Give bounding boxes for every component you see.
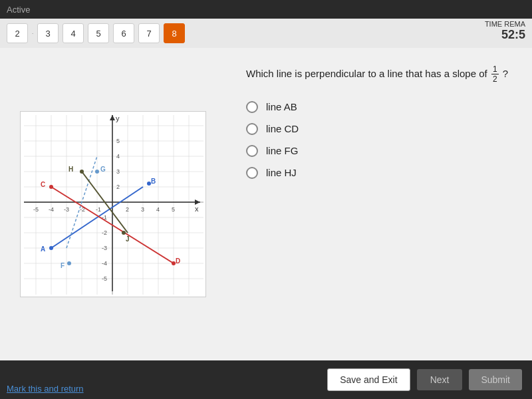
svg-point-62 [80, 170, 84, 174]
option-label-AB: line AB [266, 101, 297, 112]
svg-marker-25 [110, 115, 115, 120]
svg-point-57 [67, 261, 71, 265]
option-HJ[interactable]: line HJ [246, 167, 512, 179]
answer-options: line AB line CD line FG line HJ [246, 101, 512, 179]
svg-text:-5: -5 [102, 275, 107, 282]
option-label-FG: line FG [266, 145, 298, 156]
question-nav-bar: 2 · 3 4 5 6 7 8 TIME REMA 52:5 [0, 19, 532, 48]
submit-button[interactable]: Submit [469, 369, 522, 390]
time-remaining: TIME REMA 52:5 [485, 20, 525, 42]
svg-marker-24 [195, 200, 200, 205]
svg-text:-3: -3 [64, 206, 69, 213]
svg-text:2: 2 [126, 206, 129, 213]
nav-question-3[interactable]: 3 [37, 23, 59, 43]
time-value: 52:5 [485, 28, 525, 42]
question-text: Which line is perpendicular to a line th… [246, 65, 512, 84]
svg-text:F: F [61, 262, 65, 269]
svg-point-47 [49, 246, 53, 250]
main-content: x y -5 -4 -3 -2 -1 2 3 4 5 2 3 4 5 -1 -2 [0, 48, 532, 360]
svg-text:5: 5 [116, 138, 120, 144]
option-label-HJ: line HJ [266, 167, 297, 178]
svg-text:4: 4 [156, 206, 160, 213]
svg-text:C: C [41, 181, 45, 188]
nav-question-7[interactable]: 7 [138, 23, 160, 43]
fraction: 1 2 [491, 65, 499, 84]
svg-point-59 [95, 170, 99, 174]
nav-question-8[interactable]: 8 [164, 23, 185, 43]
save-exit-button[interactable]: Save and Exit [327, 368, 410, 391]
right-panel: Which line is perpendicular to a line th… [226, 48, 532, 360]
svg-point-52 [49, 185, 53, 189]
svg-text:3: 3 [116, 168, 120, 175]
option-FG[interactable]: line FG [246, 145, 512, 157]
svg-text:-4: -4 [102, 260, 107, 267]
time-label: TIME REMA [485, 20, 525, 28]
nav-question-4[interactable]: 4 [63, 23, 84, 43]
svg-text:D: D [176, 257, 180, 265]
svg-text:-4: -4 [49, 206, 54, 213]
mark-return-link[interactable]: Mark this and return [7, 384, 84, 394]
svg-text:-3: -3 [102, 245, 107, 251]
next-button[interactable]: Next [417, 369, 463, 390]
nav-question-2[interactable]: 2 [7, 23, 28, 43]
radio-HJ[interactable] [246, 167, 258, 179]
svg-text:2: 2 [116, 184, 120, 190]
svg-text:y: y [116, 114, 120, 122]
svg-text:A: A [41, 245, 45, 253]
svg-point-64 [122, 231, 126, 235]
svg-text:J: J [126, 235, 130, 243]
nav-question-6[interactable]: 6 [113, 23, 134, 43]
svg-text:-2: -2 [102, 229, 107, 236]
svg-text:H: H [68, 166, 73, 173]
option-label-CD: line CD [266, 123, 299, 134]
radio-FG[interactable] [246, 145, 258, 157]
svg-text:x: x [195, 205, 199, 213]
svg-text:B: B [151, 178, 156, 185]
left-panel: x y -5 -4 -3 -2 -1 2 3 4 5 2 3 4 5 -1 -2 [0, 48, 226, 360]
nav-question-5[interactable]: 5 [88, 23, 109, 43]
svg-text:4: 4 [116, 153, 120, 160]
svg-text:5: 5 [172, 206, 175, 213]
option-CD[interactable]: line CD [246, 123, 512, 135]
option-AB[interactable]: line AB [246, 101, 512, 113]
svg-text:-5: -5 [33, 206, 39, 213]
graph-container: x y -5 -4 -3 -2 -1 2 3 4 5 2 3 4 5 -1 -2 [20, 111, 206, 297]
svg-text:-1: -1 [96, 206, 101, 213]
active-label: Active [7, 5, 30, 15]
radio-CD[interactable] [246, 123, 258, 135]
svg-text:G: G [100, 166, 106, 173]
coordinate-graph: x y -5 -4 -3 -2 -1 2 3 4 5 2 3 4 5 -1 -2 [21, 112, 207, 298]
top-bar: Active [0, 0, 532, 19]
svg-text:3: 3 [141, 206, 144, 213]
radio-AB[interactable] [246, 101, 258, 113]
